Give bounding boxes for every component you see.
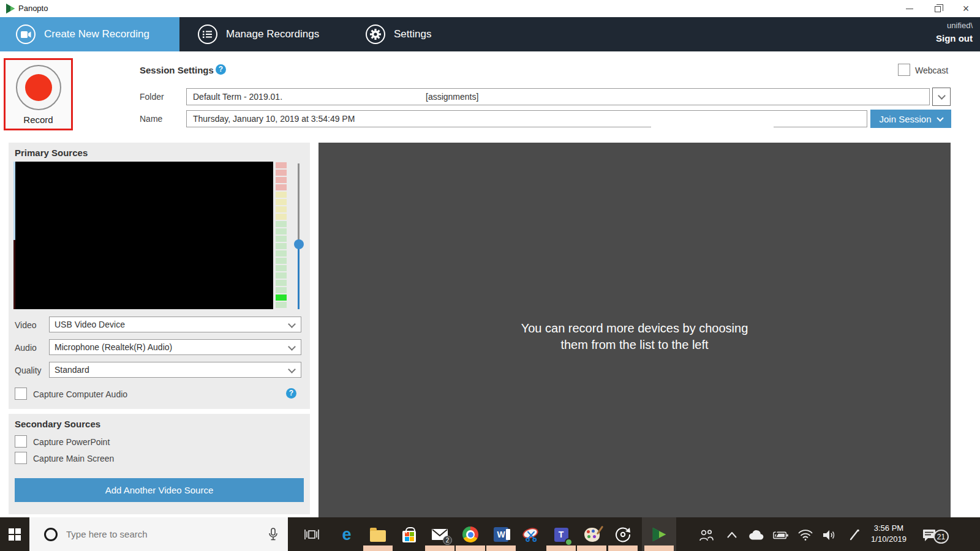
capture-main-screen-checkbox[interactable] xyxy=(15,452,27,464)
volume-icon[interactable] xyxy=(822,527,838,543)
video-label: Video xyxy=(15,320,37,330)
tab-settings[interactable]: Settings xyxy=(350,17,447,51)
notification-count-badge: 21 xyxy=(933,530,949,544)
capture-powerpoint-checkbox[interactable] xyxy=(15,435,27,448)
microphone-icon[interactable] xyxy=(267,528,279,541)
open-app-indicator xyxy=(608,545,638,551)
camera-preview xyxy=(13,162,273,309)
quality-label: Quality xyxy=(15,365,42,375)
primary-sources-title: Primary Sources xyxy=(15,148,88,158)
mail-badge: 2 xyxy=(443,536,452,545)
folder-label: Folder xyxy=(140,92,164,102)
search-input[interactable] xyxy=(66,529,250,539)
secondary-preview-area: You can record more devices by choosing … xyxy=(318,143,951,517)
microsoft-store-icon[interactable] xyxy=(401,526,418,543)
panopto-icon[interactable] xyxy=(650,526,668,543)
video-select-value: USB Video Device xyxy=(55,320,125,329)
audio-select[interactable]: Microphone (Realtek(R) Audio) xyxy=(49,339,301,355)
tab-create-new-recording[interactable]: Create New Recording xyxy=(0,17,179,51)
title-bar: Panopto × xyxy=(0,0,980,17)
tab-label: Settings xyxy=(394,28,431,40)
list-icon xyxy=(198,24,217,44)
slider-thumb[interactable] xyxy=(294,239,304,249)
start-button[interactable] xyxy=(0,517,29,551)
edge-icon[interactable]: e xyxy=(338,526,355,543)
capture-computer-audio-label: Capture Computer Audio xyxy=(33,389,127,399)
folder-value: Default Term - 2019.01. xyxy=(193,92,282,102)
webcast-label: Webcast xyxy=(915,66,948,75)
join-session-button[interactable]: Join Session xyxy=(870,110,951,128)
quality-select[interactable]: Standard xyxy=(49,362,301,378)
camera-icon xyxy=(16,24,36,44)
word-icon[interactable]: W xyxy=(492,526,510,543)
cortana-icon xyxy=(44,528,58,541)
open-app-indicator xyxy=(363,545,393,551)
taskbar-search[interactable] xyxy=(29,517,288,551)
record-circle-icon xyxy=(16,65,61,110)
folder-field[interactable]: Default Term - 2019.01. [assignments] xyxy=(186,88,930,105)
folder-tag: [assignments] xyxy=(426,89,478,105)
file-explorer-icon[interactable] xyxy=(369,526,386,543)
open-app-indicator xyxy=(486,545,516,551)
close-button[interactable]: × xyxy=(952,0,980,17)
tab-manage-recordings[interactable]: Manage Recordings xyxy=(182,17,335,51)
capture-audio-help-icon[interactable]: ? xyxy=(286,388,296,399)
windows-logo-icon xyxy=(9,528,21,541)
panopto-logo-icon xyxy=(5,3,16,14)
session-settings-title: Session Settings xyxy=(140,65,214,75)
audio-volume-slider[interactable] xyxy=(294,163,304,309)
open-app-indicator xyxy=(577,545,606,551)
restore-button[interactable] xyxy=(924,0,952,17)
video-select[interactable]: USB Video Device xyxy=(49,317,301,332)
sign-out-link[interactable]: Sign out xyxy=(936,33,973,43)
name-field[interactable]: Thursday, January 10, 2019 at 3:54:49 PM xyxy=(186,110,867,127)
open-app-indicator xyxy=(546,545,576,551)
name-label: Name xyxy=(140,114,162,124)
add-another-video-source-button[interactable]: Add Another Video Source xyxy=(15,478,304,502)
secondary-sources-title: Secondary Sources xyxy=(15,419,100,429)
capture-powerpoint-label: Capture PowerPoint xyxy=(33,437,110,447)
account-name: unified\ xyxy=(947,21,973,30)
chrome-icon[interactable] xyxy=(462,526,479,543)
quality-select-value: Standard xyxy=(55,365,89,375)
name-value: Thursday, January 10, 2019 at 3:54:49 PM xyxy=(193,114,355,124)
open-app-indicator xyxy=(425,545,454,551)
paint-icon[interactable] xyxy=(583,526,600,543)
snipping-tool-icon[interactable] xyxy=(522,526,539,543)
taskbar-clock[interactable]: 3:56 PM 1/10/2019 xyxy=(862,523,915,545)
highlight-artifact xyxy=(651,126,774,133)
folder-dropdown-button[interactable] xyxy=(932,88,951,106)
clock-time: 3:56 PM xyxy=(862,523,915,534)
onedrive-cloud-icon[interactable] xyxy=(748,527,764,543)
capture-main-screen-label: Capture Main Screen xyxy=(33,454,114,463)
window-title: Panopto xyxy=(18,4,48,13)
record-button[interactable]: Record xyxy=(4,58,73,130)
record-label: Record xyxy=(6,114,71,125)
pen-icon[interactable] xyxy=(846,527,862,543)
audio-label: Audio xyxy=(15,343,37,353)
preview-message: You can record more devices by choosing … xyxy=(318,320,951,353)
secondary-sources-panel: Secondary Sources Capture PowerPoint Cap… xyxy=(9,414,310,514)
minimize-button[interactable] xyxy=(895,0,924,17)
recorder-disc-icon[interactable] xyxy=(614,526,631,543)
join-session-label: Join Session xyxy=(879,114,931,124)
wifi-icon[interactable] xyxy=(797,527,813,543)
open-app-indicator xyxy=(644,545,674,551)
taskbar: e 2 W T xyxy=(0,517,980,551)
chevron-up-icon[interactable] xyxy=(724,527,740,543)
session-help-icon[interactable]: ? xyxy=(216,64,226,75)
tab-label: Manage Recordings xyxy=(226,28,319,40)
audio-select-value: Microphone (Realtek(R) Audio) xyxy=(55,342,172,352)
people-icon[interactable] xyxy=(698,527,714,543)
battery-icon[interactable] xyxy=(773,527,789,543)
teams-icon[interactable]: T xyxy=(552,526,570,543)
webcast-checkbox[interactable] xyxy=(898,64,910,76)
add-source-label: Add Another Video Source xyxy=(105,485,214,495)
open-app-indicator xyxy=(456,545,485,551)
nav-bar: Create New Recording Manage Recordings S… xyxy=(0,17,980,51)
task-view-icon[interactable] xyxy=(303,526,320,543)
mail-icon[interactable]: 2 xyxy=(431,526,448,543)
primary-sources-panel: Primary Sources Video USB Video Device A… xyxy=(9,143,310,409)
gear-icon xyxy=(366,24,385,44)
capture-computer-audio-checkbox[interactable] xyxy=(15,388,27,400)
